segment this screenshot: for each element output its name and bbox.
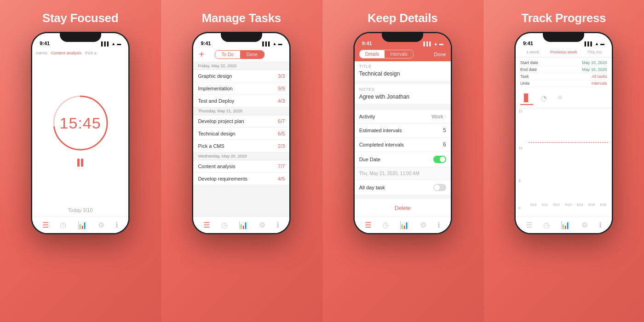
screen1-tabs: ments Content analysis Pick a	[32, 48, 128, 57]
nav-clock-icon-2[interactable]: ◷	[221, 221, 228, 229]
seg-intervals[interactable]: Intervals	[385, 50, 413, 58]
units-label: Units	[520, 81, 530, 86]
nav-info-icon-3[interactable]: ℹ	[437, 221, 440, 229]
wifi-icon: ▲	[111, 41, 115, 46]
timer-display: 15:45	[60, 114, 101, 132]
seg-done[interactable]: Done	[240, 51, 264, 59]
tab-content-analysis[interactable]: Content analysis	[51, 51, 82, 55]
all-day-row[interactable]: All day task	[355, 180, 451, 195]
done-button[interactable]: Done	[434, 52, 446, 57]
section-header-0: Friday, May 22, 2020	[193, 62, 289, 70]
all-day-toggle[interactable]	[433, 184, 446, 191]
nav-chart-icon-2[interactable]: 📊	[239, 221, 248, 229]
chevron-icon: ›	[445, 114, 446, 119]
task-list: Friday, May 22, 2020 Graphic design 3/3 …	[193, 62, 289, 217]
pause-icon[interactable]	[77, 158, 83, 167]
task-item[interactable]: Technical design 6/5	[193, 128, 289, 140]
tab-pick[interactable]: Pick a	[85, 51, 97, 55]
tab-last-week[interactable]: s week	[518, 50, 547, 54]
bar-group-5: 5/15	[586, 202, 596, 206]
notes-field-value[interactable]: Agree with Jonathan	[355, 93, 451, 104]
task-count: 6/5	[278, 131, 285, 136]
activity-row[interactable]: Activity Work ›	[355, 110, 451, 123]
today-label: Today 3/10	[68, 207, 93, 213]
task-item-test-deploy[interactable]: Test and Deploy 4/3	[193, 95, 289, 107]
activity-value: Work ›	[431, 114, 446, 119]
nav-list-icon-2[interactable]: ☰	[203, 221, 210, 229]
notes-field-label: NOTES	[355, 84, 451, 93]
end-date-value: May 16, 2020	[582, 67, 607, 72]
battery-icon-2: ▬	[278, 41, 282, 46]
task-item[interactable]: Develop project plan 6/7	[193, 115, 289, 128]
phone-3: 9:41 ▌▌▌ ▲ ▬ Details Intervals Done TITL…	[353, 32, 452, 234]
nav-clock-icon-3[interactable]: ◷	[382, 221, 389, 229]
nav-chart-icon[interactable]: 📊	[78, 221, 87, 229]
completed-intervals-value: 6	[443, 141, 446, 148]
nav-chart-icon-4[interactable]: 📊	[561, 221, 570, 229]
chart-tab-pie[interactable]: ◔	[537, 92, 551, 105]
task-item[interactable]: Pick a CMS 2/3	[193, 140, 289, 152]
title-section: TITLE Technical design	[355, 61, 451, 81]
nav-clock-icon-4[interactable]: ◷	[543, 221, 550, 229]
battery-icon-4: ▬	[600, 41, 604, 46]
task-count: 4/5	[278, 176, 285, 181]
signal-icon-2: ▌▌▌	[262, 41, 271, 46]
panel3-title: Keep Details	[368, 11, 437, 25]
due-date-value-row: Thu, May 21, 2020, 11:00 AM	[355, 167, 451, 180]
wifi-icon-3: ▲	[434, 41, 438, 46]
bar-label-1: 5/11	[542, 203, 548, 206]
nav-gear-icon-4[interactable]: ⚙	[581, 221, 588, 229]
estimated-intervals-value: 5	[443, 127, 446, 134]
screen3-content: Details Intervals Done TITLE Technical d…	[355, 48, 451, 217]
task-row: Task All tasks	[520, 73, 607, 80]
nav-chart-icon-3[interactable]: 📊	[400, 221, 409, 229]
completed-intervals-row[interactable]: Completed intervals 6	[355, 138, 451, 152]
add-task-button[interactable]: +	[199, 50, 204, 59]
screen1-content: ments Content analysis Pick a ✕ 15:45	[32, 48, 128, 217]
task-item[interactable]: Implementation 9/9	[193, 82, 289, 95]
chart-tab-lines[interactable]: ≡	[554, 92, 566, 105]
delete-button[interactable]: Delete	[395, 205, 411, 211]
nav-info-icon-2[interactable]: ℹ	[276, 221, 279, 229]
nav-gear-icon-3[interactable]: ⚙	[420, 221, 426, 229]
estimated-intervals-row[interactable]: Estimated intervals 5	[355, 123, 451, 138]
status-icons-4: ▌▌▌ ▲ ▬	[585, 41, 604, 46]
detail-rows-section: Activity Work › Estimated intervals 5 Co…	[355, 110, 451, 195]
task-name: Pick a CMS	[198, 143, 224, 149]
notch-4	[543, 32, 584, 42]
units-row: Units Intervals	[520, 80, 607, 87]
nav-list-icon-4[interactable]: ☰	[526, 221, 532, 229]
signal-icon: ▌▌▌	[101, 41, 110, 46]
status-icons-3: ▌▌▌ ▲ ▬	[424, 41, 443, 46]
task-item[interactable]: Graphic design 3/3	[193, 70, 289, 82]
signal-icon-3: ▌▌▌	[424, 41, 432, 46]
seg-details[interactable]: Details	[360, 50, 385, 58]
progress-info: Start date May 10, 2020 End date May 16,…	[516, 58, 612, 89]
tab-requirements[interactable]: ments	[36, 51, 47, 55]
status-icons-1: ▌▌▌ ▲ ▬	[101, 41, 121, 46]
nav-list-icon-3[interactable]: ☰	[365, 221, 371, 229]
due-date-toggle[interactable]	[433, 156, 446, 163]
panel4-title: Track Progress	[522, 11, 606, 25]
nav-gear-icon[interactable]: ⚙	[98, 221, 104, 229]
task-item[interactable]: Develop requirements 4/5	[193, 173, 289, 185]
chart-bars-container: 5/10 5/11 5/12 5/13	[519, 111, 608, 214]
dashed-line	[529, 142, 608, 143]
tab-previous-week[interactable]: Previous week	[549, 50, 578, 54]
task-item[interactable]: Content analysis 7/7	[193, 160, 289, 173]
nav-list-icon[interactable]: ☰	[42, 221, 49, 229]
nav-info-icon[interactable]: ℹ	[115, 221, 118, 229]
nav-clock-icon[interactable]: ◷	[60, 221, 66, 229]
end-date-label: End date	[520, 67, 537, 72]
task-name: Implementation	[198, 86, 232, 91]
bottom-nav-1: ☰ ◷ 📊 ⚙ ℹ	[32, 217, 128, 233]
title-field-value[interactable]: Technical design	[355, 70, 451, 81]
task-filter-label: Task	[520, 74, 529, 79]
due-date-row[interactable]: Due Date	[355, 152, 451, 167]
task-name: Content analysis	[198, 164, 235, 169]
tab-this-month[interactable]: This mo	[580, 50, 609, 54]
chart-tab-bar[interactable]: ▊	[520, 92, 533, 105]
nav-info-icon-4[interactable]: ℹ	[599, 221, 602, 229]
nav-gear-icon-2[interactable]: ⚙	[259, 221, 265, 229]
seg-todo[interactable]: To Do	[215, 51, 240, 59]
